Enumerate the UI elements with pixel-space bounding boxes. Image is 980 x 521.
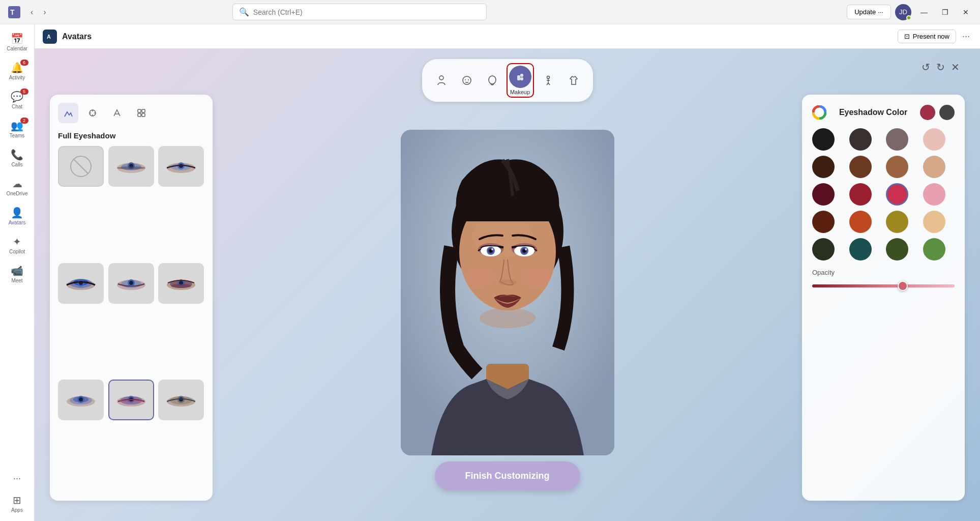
- user-avatar[interactable]: JD: [895, 4, 911, 20]
- sidebar-item-meet[interactable]: 📹 Meet: [3, 260, 32, 287]
- undo-button[interactable]: ↺: [922, 61, 930, 73]
- main-content: A Avatars ⊡ Present now ···: [35, 24, 980, 521]
- calendar-icon: 📅: [11, 33, 23, 45]
- color-dot-9[interactable]: [849, 183, 872, 206]
- minimize-button[interactable]: —: [915, 6, 933, 18]
- panel-tab-3[interactable]: [107, 103, 127, 123]
- selected-color-2[interactable]: [939, 105, 955, 120]
- close-customizer-button[interactable]: ✕: [951, 61, 960, 73]
- color-dot-11[interactable]: [923, 183, 945, 206]
- color-slider-container: [812, 284, 955, 287]
- sidebar-item-calendar[interactable]: 📅 Calendar: [3, 28, 32, 55]
- color-dot-17[interactable]: [849, 238, 872, 260]
- teams-logo: T: [6, 4, 22, 20]
- svg-point-47: [79, 397, 83, 401]
- color-dot-6[interactable]: [886, 156, 908, 178]
- panel-tab-1[interactable]: [58, 103, 78, 123]
- app-header-right: ⊡ Present now ···: [898, 29, 972, 44]
- svg-point-72: [491, 248, 493, 250]
- avatar-center: Finish Customizing: [380, 49, 635, 521]
- update-ellipsis: ···: [878, 8, 883, 16]
- color-dot-2[interactable]: [886, 128, 908, 151]
- eyeshadow-item-7[interactable]: [108, 380, 154, 420]
- sidebar-item-onedrive[interactable]: ☁ OneDrive: [3, 173, 32, 200]
- eyeshadow-item-5[interactable]: [158, 263, 204, 304]
- selected-color-1[interactable]: [920, 105, 935, 120]
- copilot-icon: ✦: [13, 236, 21, 248]
- color-dot-3[interactable]: [923, 128, 945, 151]
- update-label: Update: [854, 8, 876, 16]
- customizer-area: Makeup: [35, 49, 980, 521]
- panel-tab-2[interactable]: [82, 103, 103, 123]
- sidebar-item-calls[interactable]: 📞 Calls: [3, 144, 32, 171]
- activity-badge: 6: [20, 60, 28, 66]
- color-dot-0[interactable]: [812, 128, 835, 151]
- color-dot-14[interactable]: [886, 211, 908, 233]
- sidebar-item-copilot[interactable]: ✦ Copilot: [3, 231, 32, 258]
- update-button[interactable]: Update ···: [847, 5, 891, 19]
- search-icon: 🔍: [239, 7, 249, 17]
- eyeshadow-item-4[interactable]: [108, 263, 154, 304]
- close-button[interactable]: ✕: [958, 6, 974, 18]
- sidebar-item-label: Copilot: [9, 249, 25, 254]
- sidebar-item-chat[interactable]: 💬 5 Chat: [3, 86, 32, 113]
- redo-button[interactable]: ↻: [936, 61, 945, 73]
- svg-point-75: [464, 268, 495, 286]
- color-panel-title: Eyeshadow Color: [839, 108, 907, 117]
- color-dot-19[interactable]: [923, 238, 945, 260]
- color-dot-7[interactable]: [923, 156, 945, 178]
- app-title: Avatars: [62, 32, 92, 41]
- color-dot-4[interactable]: [812, 156, 835, 178]
- app-icon: A: [43, 30, 57, 44]
- sidebar-item-label: Chat: [12, 104, 22, 109]
- color-dot-18[interactable]: [886, 238, 908, 260]
- svg-point-77: [480, 308, 536, 328]
- sidebar-item-label: OneDrive: [6, 191, 27, 196]
- chat-badge: 5: [20, 89, 28, 95]
- nav-forward-button[interactable]: ›: [39, 6, 50, 19]
- sidebar-item-label: Meet: [11, 278, 22, 283]
- selected-colors: [920, 105, 955, 120]
- sidebar-item-activity[interactable]: 🔔 6 Activity: [3, 57, 32, 84]
- eyeshadow-item-6[interactable]: [58, 380, 104, 420]
- sidebar-item-label: Apps: [11, 507, 23, 513]
- maximize-button[interactable]: ❐: [937, 6, 954, 18]
- panel-tabs: [58, 103, 204, 123]
- finish-customizing-button[interactable]: Finish Customizing: [435, 461, 580, 490]
- color-dot-12[interactable]: [812, 211, 835, 233]
- eyeshadow-item-8[interactable]: [158, 380, 204, 420]
- more-options-button[interactable]: ···: [960, 29, 972, 44]
- color-dot-5[interactable]: [849, 156, 872, 178]
- svg-rect-15: [142, 109, 145, 112]
- color-dot-15[interactable]: [923, 211, 945, 233]
- eyeshadow-item-3[interactable]: [58, 263, 104, 304]
- eyeshadow-item-1[interactable]: [108, 146, 154, 187]
- teams-badge: 2: [20, 118, 28, 124]
- svg-text:T: T: [10, 8, 15, 16]
- search-input[interactable]: [253, 8, 480, 16]
- color-slider[interactable]: [812, 284, 955, 287]
- panel-tab-4[interactable]: [131, 103, 152, 123]
- sidebar-more-button[interactable]: ···: [9, 469, 25, 488]
- present-now-button[interactable]: ⊡ Present now: [898, 30, 956, 43]
- left-panel: Full Eyeshadow: [50, 95, 213, 501]
- eyeshadow-grid: [58, 146, 204, 493]
- sidebar-item-label: Avatars: [9, 220, 26, 225]
- svg-point-42: [171, 284, 191, 288]
- nav-back-button[interactable]: ‹: [26, 6, 37, 19]
- svg-line-19: [74, 159, 88, 173]
- sidebar-item-teams[interactable]: 👥 2 Teams: [3, 115, 32, 142]
- color-dot-10[interactable]: [886, 183, 908, 206]
- eyeshadow-item-2[interactable]: [158, 146, 204, 187]
- eyeshadow-item-none[interactable]: [58, 146, 104, 187]
- color-dot-13[interactable]: [849, 211, 872, 233]
- color-dot-8[interactable]: [812, 183, 835, 206]
- color-dot-1[interactable]: [849, 128, 872, 151]
- sidebar-item-avatars[interactable]: 👤 Avatars: [3, 202, 32, 229]
- onedrive-icon: ☁: [12, 178, 22, 190]
- sidebar-item-label: Teams: [10, 133, 24, 138]
- calls-icon: 📞: [11, 149, 23, 161]
- slider-thumb[interactable]: [898, 281, 908, 291]
- sidebar-item-apps[interactable]: ⊞ Apps: [3, 490, 32, 517]
- color-dot-16[interactable]: [812, 238, 835, 260]
